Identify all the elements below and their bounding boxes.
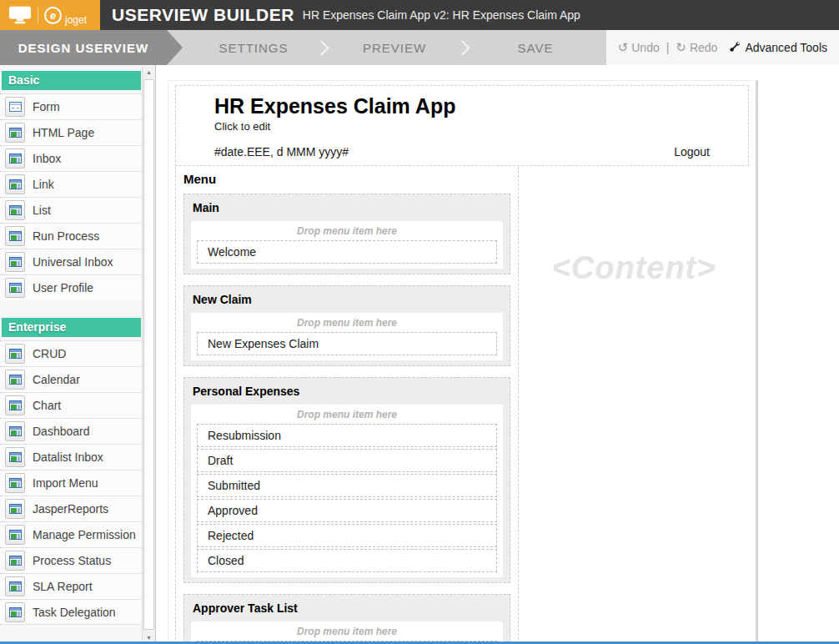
icon-titlebar (10, 608, 21, 611)
icon-side-column (18, 508, 20, 513)
date-placeholder: #date.EEE, d MMM yyyy# (214, 145, 349, 158)
icon-content-block (11, 235, 17, 240)
palette-item-jasperreports[interactable]: JasperReports (0, 496, 142, 521)
palette-item-dashboard[interactable]: Dashboard (0, 418, 142, 444)
tab-preview[interactable]: PREVIEW (324, 30, 465, 65)
menu-category-new-claim[interactable]: New ClaimDrop menu item hereNew Expenses… (183, 285, 510, 366)
menu-item-rejected[interactable]: Rejected (197, 524, 497, 547)
icon-titlebar (10, 582, 21, 585)
palette-item-inbox[interactable]: Inbox (0, 145, 142, 171)
icon-side-column (18, 430, 20, 435)
userview-header-block[interactable]: HR Expenses Claim App Click to edit #dat… (175, 85, 749, 166)
palette: BasicFormHTML PageInboxLinkListRun Proce… (0, 65, 142, 644)
builder-title: USERVIEW BUILDER (112, 5, 294, 25)
icon-content-block (11, 586, 17, 591)
palette-item-calendar[interactable]: Calendar (0, 366, 142, 392)
joget-logo-icon: e (44, 7, 62, 24)
window-icon (9, 257, 22, 267)
icon-field-line (12, 108, 19, 108)
palette-item-link[interactable]: Link (0, 171, 142, 197)
window-icon (9, 504, 22, 514)
icon-content-block (11, 287, 17, 292)
icon-side-column (18, 261, 20, 266)
palette-item-label: Task Delegation (33, 606, 116, 619)
tab-design-userview[interactable]: DESIGN USERVIEW (0, 30, 167, 65)
icon-titlebar (10, 401, 21, 404)
menu-category-approver-task-list[interactable]: Approver Task ListDrop menu item hereApp… (183, 594, 510, 644)
icon-side-column (18, 353, 20, 358)
window-icon (5, 576, 25, 596)
icon-titlebar (10, 232, 21, 234)
palette-item-import-menu[interactable]: Import Menu (0, 470, 142, 496)
icon-content-block (11, 560, 17, 565)
content-column: <Content> (519, 167, 749, 644)
palette-item-universal-inbox[interactable]: Universal Inbox (0, 249, 142, 274)
toolbar-divider: | (666, 41, 670, 54)
advanced-tools-button[interactable]: Advanced Tools (729, 41, 827, 54)
palette-item-list[interactable]: List (0, 197, 142, 223)
icon-content-block (11, 430, 17, 435)
redo-icon: ↻ (676, 40, 686, 55)
palette-item-sla-report[interactable]: SLA Report (0, 573, 142, 599)
menu-column: Menu MainDrop menu item hereWelcomeNew C… (175, 167, 519, 644)
window-icon (5, 344, 25, 364)
palette-item-datalist-inbox[interactable]: Datalist Inbox (0, 444, 142, 470)
palette-item-label: Inbox (33, 152, 61, 165)
window-icon (5, 473, 25, 493)
window-icon (5, 278, 25, 298)
palette-item-html-page[interactable]: HTML Page (0, 119, 142, 145)
palette-item-process-status[interactable]: Process Status (0, 547, 142, 573)
scrollbar-thumb[interactable] (143, 79, 154, 630)
window-icon (5, 174, 25, 194)
menu-drop-zone[interactable]: Drop menu item hereWelcome (191, 221, 503, 269)
tab-save[interactable]: SAVE (465, 30, 606, 65)
menu-drop-zone[interactable]: Drop menu item hereApprover Inbox (191, 621, 503, 644)
scroll-up-icon[interactable]: ▲ (143, 65, 155, 78)
icon-titlebar (10, 531, 21, 533)
icon-content-block (11, 482, 17, 487)
sidebar-scrollbar[interactable]: ▲ ▼ (142, 65, 155, 644)
redo-button[interactable]: ↻ Redo (676, 40, 717, 55)
palette-item-crud[interactable]: CRUD (0, 340, 142, 366)
icon-side-column (18, 184, 20, 189)
tab-settings[interactable]: SETTINGS (183, 30, 324, 65)
icon-side-column (18, 611, 20, 616)
icon-content-block (11, 379, 17, 384)
menu-drop-zone[interactable]: Drop menu item hereNew Expenses Claim (191, 313, 503, 360)
icon-titlebar (10, 427, 21, 430)
menu-category-personal-expenses[interactable]: Personal ExpensesDrop menu item hereResu… (183, 377, 510, 583)
icon-content-block (11, 209, 17, 214)
menu-drop-zone[interactable]: Drop menu item hereResubmissionDraftSubm… (191, 405, 503, 577)
palette-item-chart[interactable]: Chart (0, 392, 142, 418)
icon-side-column (18, 456, 20, 461)
window-icon (5, 602, 25, 622)
menu-item-new-expenses-claim[interactable]: New Expenses Claim (197, 332, 497, 355)
icon-side-column (18, 235, 20, 240)
palette-item-form[interactable]: Form (0, 93, 142, 119)
logo-divider (38, 7, 38, 23)
drop-hint-text: Drop menu item here (195, 314, 499, 332)
header-meta-row: #date.EEE, d MMM yyyy# Logout (176, 133, 748, 160)
menu-item-approved[interactable]: Approved (197, 499, 497, 522)
tab-label: SETTINGS (219, 41, 288, 55)
menu-item-resubmission[interactable]: Resubmission (197, 424, 497, 447)
palette-item-label: Universal Inbox (33, 255, 113, 269)
menu-item-draft[interactable]: Draft (197, 449, 497, 472)
palette-group-header: Basic (2, 71, 141, 90)
icon-titlebar (10, 556, 21, 559)
undo-button[interactable]: ↺ Undo (618, 40, 660, 55)
userview-app-title[interactable]: HR Expenses Claim App (214, 94, 748, 118)
menu-item-welcome[interactable]: Welcome (197, 240, 497, 264)
menu-category-main[interactable]: MainDrop menu item hereWelcome (183, 194, 510, 274)
menu-item-submitted[interactable]: Submitted (197, 474, 497, 497)
palette-item-task-delegation[interactable]: Task Delegation (0, 599, 142, 625)
logout-link[interactable]: Logout (674, 145, 710, 158)
palette-item-user-profile[interactable]: User Profile (0, 274, 142, 300)
click-to-edit-hint[interactable]: Click to edit (214, 120, 748, 133)
palette-item-manage-permission[interactable]: Manage Permission (0, 521, 142, 547)
menu-item-closed[interactable]: Closed (197, 549, 497, 572)
window-icon (9, 128, 22, 138)
icon-content-block (11, 405, 17, 410)
palette-item-run-process[interactable]: Run Process (0, 223, 142, 249)
window-icon (9, 231, 22, 241)
